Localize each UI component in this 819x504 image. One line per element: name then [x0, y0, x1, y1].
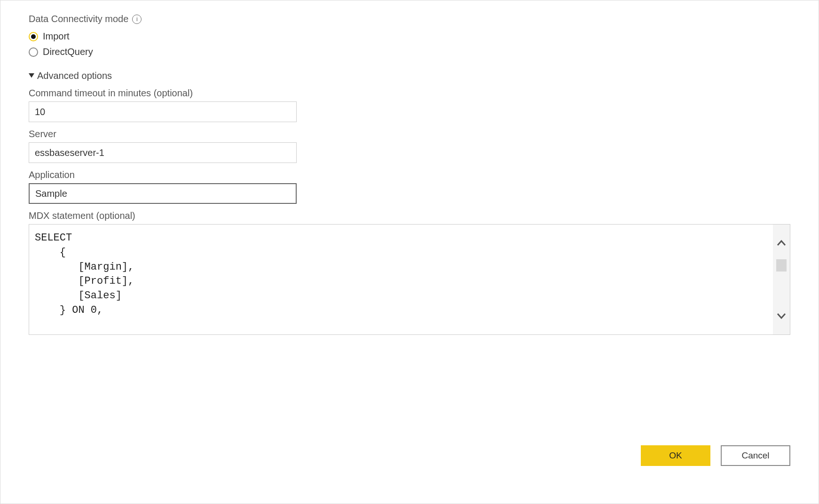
connectivity-radio-group: Import DirectQuery [29, 31, 790, 57]
server-label: Server [29, 129, 790, 140]
svg-marker-0 [29, 73, 34, 78]
radio-directquery[interactable]: DirectQuery [29, 47, 790, 57]
connector-dialog: Data Connectivity mode i Import DirectQu… [0, 0, 819, 504]
radio-import-indicator [29, 32, 38, 41]
scroll-thumb[interactable] [776, 259, 787, 271]
scroll-up-icon[interactable] [777, 238, 786, 248]
radio-import[interactable]: Import [29, 31, 790, 42]
scroll-down-icon[interactable] [777, 311, 786, 321]
radio-import-label: Import [43, 31, 70, 42]
mdx-label: MDX statement (optional) [29, 210, 790, 221]
cancel-button[interactable]: Cancel [721, 445, 790, 466]
connectivity-mode-title: Data Connectivity mode i [29, 14, 790, 24]
application-label: Application [29, 170, 790, 180]
connectivity-mode-label: Data Connectivity mode [29, 14, 128, 24]
timeout-label: Command timeout in minutes (optional) [29, 88, 790, 99]
advanced-options-toggle[interactable]: Advanced options [29, 70, 790, 81]
application-input[interactable] [29, 183, 297, 204]
caret-down-icon [29, 73, 34, 79]
server-input[interactable] [29, 142, 297, 163]
ok-button[interactable]: OK [641, 445, 710, 466]
mdx-scrollbar[interactable] [773, 225, 790, 334]
radio-directquery-indicator [29, 47, 38, 57]
dialog-button-row: OK Cancel [641, 445, 790, 466]
info-icon[interactable]: i [132, 15, 142, 24]
advanced-options-label: Advanced options [37, 70, 112, 81]
mdx-statement-container [29, 224, 790, 335]
radio-directquery-label: DirectQuery [43, 47, 93, 57]
timeout-input[interactable] [29, 101, 297, 122]
mdx-statement-input[interactable] [29, 225, 773, 334]
